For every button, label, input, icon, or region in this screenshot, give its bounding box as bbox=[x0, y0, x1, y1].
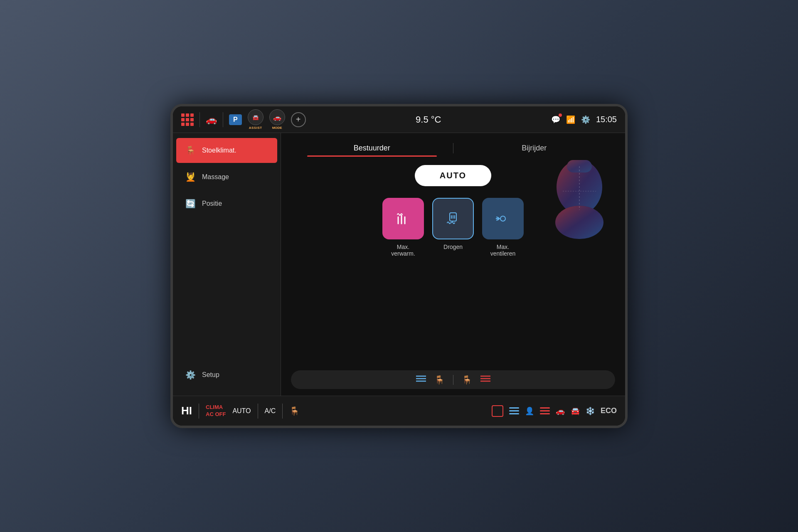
car-front-icon: 🚘 bbox=[571, 406, 580, 416]
fan-high-icon[interactable] bbox=[540, 407, 550, 414]
auto-label: AUTO bbox=[232, 407, 251, 415]
seat-visual bbox=[542, 158, 617, 241]
tab-bestuurder[interactable]: Bestuurder bbox=[291, 140, 453, 157]
status-bar-left: 🚗 P 🚘 ASSIST 🚗 MODE + bbox=[181, 109, 306, 130]
drogen-label: Drogen bbox=[443, 244, 463, 250]
main-content: 🪑 Stoelklimat. 💆 Massage 🔄 Positie ⚙️ Se… bbox=[173, 133, 625, 396]
mode-btn-max-verwarm[interactable]: Max. verwarm. bbox=[382, 198, 424, 257]
tabs-container: Bestuurder Bijrijder bbox=[291, 140, 615, 157]
massage-icon: 💆 bbox=[185, 172, 196, 182]
car-icon[interactable]: 🚗 bbox=[206, 114, 217, 125]
sidebar-label-setup: Setup bbox=[202, 371, 219, 379]
divider-1 bbox=[200, 112, 200, 127]
max-verwarm-label: Max. verwarm. bbox=[391, 244, 415, 257]
settings-icon[interactable]: ⚙️ bbox=[581, 115, 590, 124]
gear-icon: ⚙️ bbox=[185, 370, 196, 380]
ctrl-seat-icon-1[interactable]: 🪑 bbox=[434, 375, 445, 385]
ctrl-lines-1[interactable] bbox=[416, 374, 426, 385]
assist-button[interactable]: 🚘 ASSIST bbox=[248, 109, 264, 130]
assist-icon: 🚘 bbox=[248, 109, 264, 125]
sidebar-spacer bbox=[173, 217, 281, 362]
sidebar: 🪑 Stoelklimat. 💆 Massage 🔄 Positie ⚙️ Se… bbox=[173, 133, 281, 396]
grid-menu-icon[interactable] bbox=[181, 113, 194, 126]
status-bar-center: 9.5 °C bbox=[311, 114, 546, 125]
hi-label: HI bbox=[181, 404, 192, 417]
status-bar: 🚗 P 🚘 ASSIST 🚗 MODE + 9.5 °C 💬 bbox=[173, 106, 625, 133]
clima-label: CLIMA bbox=[206, 404, 226, 411]
sidebar-label-positie: Positie bbox=[202, 200, 222, 207]
svg-point-15 bbox=[555, 206, 603, 239]
svg-line-10 bbox=[497, 217, 499, 218]
notification-badge bbox=[559, 113, 562, 117]
svg-line-11 bbox=[497, 219, 499, 220]
ctrl-lines-2[interactable] bbox=[480, 374, 490, 385]
tab-bijrijder[interactable]: Bijrijder bbox=[453, 140, 616, 157]
sidebar-label-stoelklimat: Stoelklimat. bbox=[202, 147, 236, 154]
mode-btn-drogen[interactable]: Drogen bbox=[432, 198, 474, 257]
sidebar-item-positie[interactable]: 🔄 Positie bbox=[176, 191, 277, 216]
fan-low-icon[interactable] bbox=[509, 407, 519, 414]
mode-button[interactable]: 🚗 MODE bbox=[269, 109, 285, 130]
bottom-divider-2 bbox=[258, 404, 258, 419]
heat-icon bbox=[382, 198, 424, 239]
mode-btn-max-ventileren[interactable]: Max. ventileren bbox=[482, 198, 524, 257]
car-side-icon: 🚗 bbox=[556, 406, 565, 416]
car-screen: 🚗 P 🚘 ASSIST 🚗 MODE + 9.5 °C 💬 bbox=[170, 104, 628, 428]
right-panel: Bestuurder Bijrijder AUTO bbox=[281, 133, 625, 396]
ac-label[interactable]: A/C bbox=[265, 407, 276, 415]
bottom-divider-1 bbox=[199, 404, 199, 419]
eco-label[interactable]: ECO bbox=[601, 406, 617, 415]
seat-icon-bottom[interactable]: 🪑 bbox=[289, 406, 300, 416]
divider-2 bbox=[223, 112, 223, 127]
bottom-right: 👤 🚗 🚘 ❄️ ECO bbox=[492, 405, 617, 417]
sidebar-item-stoelklimat[interactable]: 🪑 Stoelklimat. bbox=[176, 138, 277, 163]
max-ventileren-label: Max. ventileren bbox=[490, 244, 516, 257]
dry-icon bbox=[432, 198, 474, 239]
position-icon: 🔄 bbox=[185, 199, 196, 209]
sidebar-label-massage: Massage bbox=[202, 173, 229, 181]
stop-button[interactable] bbox=[492, 405, 503, 417]
svg-point-7 bbox=[500, 216, 505, 221]
mode-icon: 🚗 bbox=[269, 109, 285, 125]
person-icon-bottom: 👤 bbox=[525, 406, 534, 416]
ctrl-seat-icon-2[interactable]: 🪑 bbox=[462, 375, 472, 385]
bottom-divider-3 bbox=[282, 404, 283, 419]
auto-button[interactable]: AUTO bbox=[415, 165, 491, 186]
ctrl-divider bbox=[453, 375, 453, 385]
clima-label-wrap: CLIMA AC OFF bbox=[206, 404, 226, 418]
status-bar-right: 💬 📶 ⚙️ 15:05 bbox=[551, 115, 617, 124]
clima-sub: AC OFF bbox=[206, 411, 226, 418]
time-display: 15:05 bbox=[596, 115, 617, 124]
sidebar-item-setup[interactable]: ⚙️ Setup bbox=[176, 362, 277, 387]
snowflake-icon: ❄️ bbox=[586, 406, 595, 416]
parking-badge[interactable]: P bbox=[229, 114, 242, 125]
add-button[interactable]: + bbox=[291, 112, 306, 127]
notification-icon[interactable]: 💬 bbox=[551, 115, 560, 124]
bottom-bar: HI CLIMA AC OFF AUTO A/C 🪑 👤 🚗 🚘 ❄️ ECO bbox=[173, 396, 625, 426]
seat-heat-icon: 🪑 bbox=[185, 145, 196, 155]
sidebar-item-massage[interactable]: 💆 Massage bbox=[176, 165, 277, 190]
ventilate-icon bbox=[482, 198, 524, 239]
signal-icon: 📶 bbox=[566, 115, 575, 124]
temperature-display: 9.5 °C bbox=[416, 114, 441, 125]
control-bar: 🪑 🪑 bbox=[291, 370, 615, 389]
